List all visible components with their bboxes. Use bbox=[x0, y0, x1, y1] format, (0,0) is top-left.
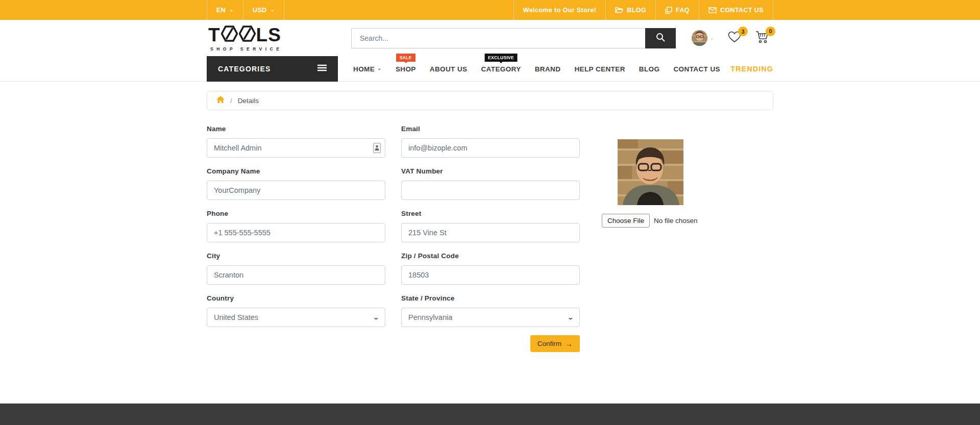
city-input[interactable] bbox=[207, 265, 385, 285]
currency-label: USD bbox=[253, 7, 267, 14]
arrow-right-icon: → bbox=[565, 340, 573, 347]
chevron-down-icon: ⌄ bbox=[710, 35, 714, 41]
profile-photo bbox=[618, 139, 683, 205]
confirm-button[interactable]: Confirm → bbox=[530, 335, 580, 352]
currency-selector[interactable]: USD ⌄ bbox=[243, 0, 284, 20]
categories-menu-button[interactable]: CATEGORIES bbox=[207, 56, 338, 82]
nav-item-brand[interactable]: BRAND bbox=[535, 56, 561, 82]
field-company-name: Company Name bbox=[207, 167, 385, 200]
zip-input[interactable] bbox=[401, 265, 580, 285]
nav-item-blog[interactable]: BLOG bbox=[639, 56, 660, 82]
cart-icon bbox=[755, 37, 769, 45]
hex-nut-icon bbox=[239, 25, 256, 45]
breadcrumb: / Details bbox=[207, 91, 773, 110]
choose-file-button[interactable]: Choose File bbox=[602, 214, 650, 228]
hex-nut-icon bbox=[221, 25, 238, 45]
top-bar: EN ⌄ USD ⌄ Welcome to Our Store! BLOG bbox=[0, 0, 980, 20]
main-header: T LS SHOP SERVICE bbox=[0, 20, 980, 56]
street-input[interactable] bbox=[401, 223, 580, 242]
copy-icon-link-faq[interactable]: FAQ bbox=[655, 0, 699, 20]
logo-subtitle: SHOP SERVICE bbox=[208, 46, 351, 52]
chevron-down-icon: ⌄ bbox=[567, 314, 574, 321]
heart-icon bbox=[727, 36, 742, 45]
email-input[interactable] bbox=[401, 138, 580, 158]
topbar-link-contact[interactable]: CONTACT US bbox=[699, 0, 773, 20]
field-phone: Phone bbox=[207, 210, 385, 242]
avatar bbox=[692, 30, 707, 46]
field-street: Street bbox=[401, 210, 580, 242]
field-vat-number: VAT Number bbox=[401, 167, 580, 200]
nav-item-help-center[interactable]: HELP CENTER bbox=[574, 56, 625, 82]
trending-link[interactable]: TRENDING bbox=[730, 56, 773, 82]
nav-item-home[interactable]: HOME ⌄ bbox=[353, 56, 382, 82]
wishlist-count-badge: 3 bbox=[738, 27, 748, 36]
search-input[interactable] bbox=[351, 28, 645, 48]
language-label: EN bbox=[216, 7, 226, 14]
field-state: State / Province Pennsylvania ⌄ bbox=[401, 294, 580, 327]
wishlist-button[interactable]: 3 bbox=[727, 31, 742, 45]
welcome-message: Welcome to Our Store! bbox=[513, 0, 606, 20]
phone-input[interactable] bbox=[207, 223, 385, 242]
hamburger-icon bbox=[317, 64, 327, 73]
field-email: Email bbox=[401, 125, 580, 158]
name-input[interactable] bbox=[207, 138, 385, 158]
exclusive-badge: EXCLUSIVE bbox=[484, 54, 518, 62]
account-menu[interactable]: ⌄ bbox=[692, 30, 714, 46]
autofill-contact-icon[interactable] bbox=[373, 143, 381, 153]
copy-icon bbox=[665, 7, 672, 14]
footer-bar bbox=[0, 403, 980, 425]
chevron-down-icon: ⌄ bbox=[229, 7, 234, 12]
main-nav: CATEGORIES HOME ⌄ SALE SHOP ABOUT US EXC… bbox=[0, 56, 980, 82]
chevron-down-icon: ⌄ bbox=[377, 66, 382, 71]
search-button[interactable] bbox=[645, 28, 676, 48]
field-city: City bbox=[207, 252, 385, 285]
field-name: Name bbox=[207, 125, 385, 158]
nav-item-category[interactable]: EXCLUSIVE CATEGORY bbox=[481, 56, 521, 82]
topbar-link-blog[interactable]: BLOG bbox=[605, 0, 655, 20]
company-name-input[interactable] bbox=[207, 181, 385, 200]
breadcrumb-separator: / bbox=[230, 97, 232, 105]
folder-icon bbox=[615, 7, 623, 13]
field-country: Country United States ⌄ bbox=[207, 294, 385, 327]
field-zip: Zip / Postal Code bbox=[401, 252, 580, 285]
home-icon[interactable] bbox=[216, 96, 225, 106]
nav-item-contact-us[interactable]: CONTACT US bbox=[673, 56, 720, 82]
search-bar bbox=[351, 28, 676, 48]
cart-button[interactable]: 0 bbox=[755, 31, 769, 46]
details-form: Name Email Company Name bbox=[207, 125, 773, 352]
country-select[interactable]: United States ⌄ bbox=[207, 308, 385, 327]
file-status-text: No file chosen bbox=[654, 217, 698, 224]
chevron-down-icon: ⌄ bbox=[373, 314, 379, 321]
language-selector[interactable]: EN ⌄ bbox=[207, 0, 243, 20]
photo-upload: Choose File No file chosen bbox=[602, 214, 699, 228]
cart-count-badge: 0 bbox=[766, 27, 775, 36]
search-icon bbox=[655, 32, 666, 44]
nav-item-about-us[interactable]: ABOUT US bbox=[430, 56, 468, 82]
mail-icon bbox=[708, 7, 717, 13]
chevron-down-icon: ⌄ bbox=[271, 7, 275, 12]
nav-item-shop[interactable]: SALE SHOP bbox=[396, 56, 416, 82]
sale-badge: SALE bbox=[396, 54, 415, 62]
state-select[interactable]: Pennsylvania ⌄ bbox=[401, 308, 580, 327]
vat-number-input[interactable] bbox=[401, 181, 580, 200]
site-logo[interactable]: T LS SHOP SERVICE bbox=[207, 25, 351, 52]
breadcrumb-current: Details bbox=[238, 97, 259, 105]
